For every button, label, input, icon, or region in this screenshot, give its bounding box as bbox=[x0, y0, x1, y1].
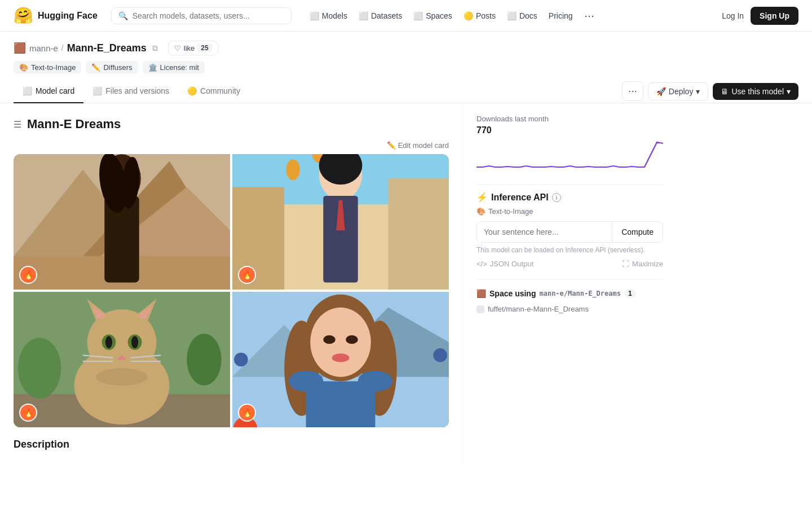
cat-svg bbox=[14, 292, 230, 427]
nav-posts[interactable]: 🟡 Posts bbox=[464, 11, 496, 20]
svg-point-13 bbox=[286, 159, 300, 180]
image-portrait-placeholder bbox=[232, 292, 449, 427]
nav-links: ⬜ Models ⬜ Datasets ⬜ Spaces 🟡 Posts ⬜ D… bbox=[310, 10, 594, 22]
posts-icon: 🟡 bbox=[464, 11, 473, 20]
desert-svg bbox=[14, 154, 230, 290]
tab-model-card-label: Model card bbox=[36, 86, 74, 95]
nav-spaces[interactable]: ⬜ Spaces bbox=[413, 11, 452, 20]
nav-models[interactable]: ⬜ Models bbox=[310, 11, 347, 20]
nav-more-icon[interactable]: ⋯ bbox=[584, 10, 594, 22]
main-layout: ☰ Mann-E Dreams ✏️ Edit model card bbox=[0, 103, 812, 464]
inference-note: This model can be loaded on Inference AP… bbox=[476, 246, 663, 254]
svg-point-55 bbox=[323, 335, 336, 344]
tag-license[interactable]: 🏛️ License: mit bbox=[143, 61, 205, 74]
like-button[interactable]: ♡ like 25 bbox=[168, 41, 218, 55]
inference-title: ⚡ Inference API i bbox=[476, 192, 663, 203]
downloads-count: 770 bbox=[476, 125, 663, 135]
sidebar: Downloads last month 770 ⚡ Inference API… bbox=[462, 103, 677, 464]
downloads-label: Downloads last month bbox=[476, 115, 663, 123]
svg-point-49 bbox=[433, 348, 447, 362]
nav-spaces-label: Spaces bbox=[426, 11, 452, 20]
heart-icon: ♡ bbox=[174, 44, 181, 52]
tag-diffusers-label: Diffusers bbox=[103, 63, 132, 72]
use-model-button[interactable]: 🖥 Use this model ▾ bbox=[713, 83, 798, 100]
breadcrumb-model-name: Mann-E_Dreams bbox=[67, 42, 147, 54]
tag-diffusers-icon: ✏️ bbox=[91, 63, 100, 72]
nav-docs-label: Docs bbox=[519, 11, 537, 20]
chart-area bbox=[476, 138, 663, 173]
nav-datasets[interactable]: ⬜ Datasets bbox=[359, 11, 402, 20]
search-icon: 🔍 bbox=[118, 11, 128, 20]
downloads-chart bbox=[476, 138, 663, 172]
portrait-svg bbox=[232, 292, 449, 427]
image-avatar-1: 🔥 bbox=[19, 266, 37, 284]
space-model-name: mann-e/Mann-E_Dreams bbox=[539, 290, 621, 297]
rocket-icon: 🚀 bbox=[656, 87, 666, 96]
image-grid: 🔥 bbox=[14, 154, 449, 427]
edit-model-card-button[interactable]: ✏️ Edit model card bbox=[387, 141, 449, 150]
inference-section: ⚡ Inference API i 🎨 Text-to-Image Comput… bbox=[476, 192, 663, 268]
maximize-button[interactable]: ⛶ Maximize bbox=[622, 260, 663, 268]
model-emoji: 🟫 bbox=[14, 42, 26, 54]
image-desert-woman: 🔥 bbox=[14, 154, 230, 290]
nav-pricing[interactable]: Pricing bbox=[549, 11, 573, 20]
maximize-label: Maximize bbox=[632, 260, 663, 268]
nav-datasets-label: Datasets bbox=[371, 11, 402, 20]
image-avatar-2: 🔥 bbox=[238, 266, 256, 284]
image-avatar-4: 🔥 bbox=[238, 404, 256, 422]
json-output-button[interactable]: </> JSON Output bbox=[476, 260, 533, 268]
image-cat-placeholder bbox=[14, 292, 230, 427]
image-anime-placeholder bbox=[232, 154, 449, 290]
space-item-dot bbox=[476, 305, 484, 313]
content-header: ☰ Mann-E Dreams bbox=[14, 117, 449, 132]
info-icon[interactable]: i bbox=[552, 193, 561, 202]
tab-community[interactable]: 🟡 Community bbox=[178, 80, 249, 103]
svg-point-54 bbox=[310, 308, 371, 377]
svg-point-32 bbox=[131, 336, 138, 349]
text-to-image-badge: 🎨 Text-to-Image bbox=[476, 207, 663, 216]
image-anime-boy: 🔥 bbox=[232, 154, 449, 290]
badge-label: Text-to-Image bbox=[488, 207, 533, 216]
signup-button[interactable]: Sign Up bbox=[751, 7, 798, 25]
svg-rect-12 bbox=[388, 178, 449, 290]
nav-docs[interactable]: ⬜ Docs bbox=[507, 11, 537, 20]
svg-point-60 bbox=[358, 371, 392, 392]
inference-text-input[interactable] bbox=[477, 222, 612, 242]
docs-icon: ⬜ bbox=[507, 11, 517, 20]
downloads-section: Downloads last month 770 bbox=[476, 115, 663, 173]
more-options-button[interactable]: ⋯ bbox=[622, 81, 643, 101]
search-input[interactable] bbox=[133, 11, 284, 20]
space-emoji: 🟫 bbox=[476, 289, 486, 298]
anime-svg bbox=[232, 154, 449, 290]
expand-icon: ⛶ bbox=[622, 260, 629, 268]
description-heading: Description bbox=[14, 439, 449, 450]
tab-model-card-icon: ⬜ bbox=[23, 86, 32, 95]
compute-button[interactable]: Compute bbox=[612, 222, 663, 242]
copy-icon[interactable]: ⧉ bbox=[152, 43, 158, 53]
pencil-icon: ✏️ bbox=[387, 141, 396, 150]
tab-files-icon: ⬜ bbox=[92, 86, 102, 95]
like-count: 25 bbox=[197, 43, 211, 52]
json-output-label: JSON Output bbox=[490, 260, 533, 268]
space-list-item[interactable]: fuffet/mann-e-Mann-E_Dreams bbox=[476, 303, 663, 316]
space-count: 1 bbox=[624, 289, 636, 298]
tabs-section: ⬜ Model card ⬜ Files and versions 🟡 Comm… bbox=[0, 80, 812, 103]
login-button[interactable]: Log In bbox=[722, 11, 744, 20]
tag-text-to-image[interactable]: 🎨 Text-to-Image bbox=[14, 61, 81, 74]
brand-logo[interactable]: 🤗 Hugging Face bbox=[14, 6, 98, 25]
like-label: like bbox=[184, 44, 195, 52]
search-box[interactable]: 🔍 bbox=[111, 7, 292, 24]
tab-model-card[interactable]: ⬜ Model card bbox=[14, 80, 83, 103]
hamburger-icon[interactable]: ☰ bbox=[14, 119, 21, 130]
nav-pricing-label: Pricing bbox=[549, 11, 573, 20]
svg-point-59 bbox=[289, 371, 323, 392]
breadcrumb-owner[interactable]: mann-e bbox=[29, 43, 58, 53]
deploy-label: Deploy bbox=[669, 87, 694, 96]
tag-diffusers[interactable]: ✏️ Diffusers bbox=[86, 61, 138, 74]
tab-actions: ⋯ 🚀 Deploy ▾ 🖥 Use this model ▾ bbox=[622, 81, 798, 101]
inference-input-row: Compute bbox=[476, 221, 663, 243]
deploy-button[interactable]: 🚀 Deploy ▾ bbox=[648, 82, 709, 100]
tab-files-versions[interactable]: ⬜ Files and versions bbox=[83, 80, 178, 103]
spaces-icon: ⬜ bbox=[413, 11, 423, 20]
use-model-label: Use this model bbox=[731, 87, 784, 96]
